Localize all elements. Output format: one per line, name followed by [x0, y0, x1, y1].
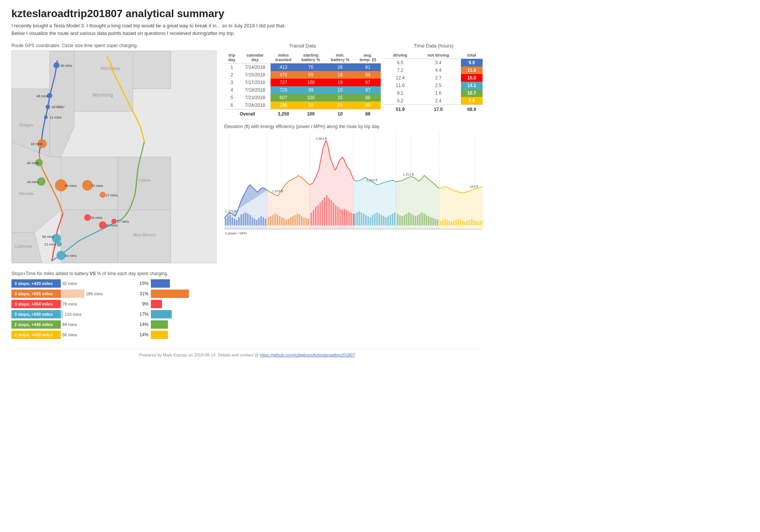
stop-pct-bar: [151, 290, 189, 298]
svg-rect-129: [367, 216, 369, 225]
map-panel: Route GPS coordinates: Circle size time …: [11, 43, 217, 263]
stop-bar-ext: [61, 310, 63, 318]
svg-text:0 power / MPH: 0 power / MPH: [225, 231, 247, 235]
svg-rect-97: [296, 214, 298, 225]
th-trip-day: tripday: [224, 52, 239, 63]
table-row: 10: [325, 109, 355, 118]
svg-rect-144: [401, 216, 403, 225]
svg-rect-178: [477, 222, 479, 225]
svg-text:58 mins: 58 mins: [42, 235, 54, 239]
svg-rect-118: [344, 209, 345, 225]
svg-rect-125: [359, 211, 360, 225]
svg-rect-81: [260, 216, 262, 225]
svg-rect-102: [308, 219, 309, 225]
svg-rect-87: [274, 214, 276, 225]
svg-rect-96: [294, 215, 296, 225]
svg-rect-72: [241, 214, 242, 225]
svg-text:Nevada: Nevada: [19, 191, 34, 196]
stop-bar-ext: [61, 290, 84, 298]
stop-mins: 133 mins: [63, 312, 82, 317]
svg-rect-92: [285, 220, 287, 226]
svg-rect-71: [238, 217, 240, 225]
svg-rect-176: [473, 220, 475, 226]
stop-row: 2 stops, +446 miles 84 mins 14%: [11, 320, 217, 329]
table-row: 7/14/2018: [239, 63, 271, 71]
svg-rect-74: [245, 212, 246, 225]
svg-rect-89: [279, 216, 280, 225]
svg-rect-84: [268, 217, 269, 225]
footer-link[interactable]: https://github.com/kzbigboss/kzteslaroad…: [260, 353, 355, 357]
svg-rect-131: [372, 215, 374, 225]
table-row: 15: [325, 94, 355, 101]
svg-rect-116: [339, 209, 341, 225]
svg-rect-138: [387, 216, 389, 225]
table-row: 5: [224, 94, 239, 101]
svg-text:New Mexico: New Mexico: [133, 233, 156, 237]
th-not-driving: not driving: [416, 52, 461, 59]
table-row: 296: [271, 101, 296, 109]
svg-point-26: [44, 115, 48, 119]
svg-rect-157: [430, 217, 432, 225]
svg-rect-151: [417, 215, 418, 225]
svg-rect-179: [480, 221, 481, 225]
table-row: 55: [296, 71, 325, 79]
table-row: 26: [325, 63, 355, 71]
table-row: 19: [325, 79, 355, 86]
svg-rect-113: [333, 203, 334, 225]
stop-mins: 186 mins: [84, 291, 103, 296]
map-container: Montana Idaho Wyoming Oregon Nevada Cali…: [11, 51, 217, 263]
table-row: 89: [355, 71, 381, 79]
th-miles: milestraveled: [271, 52, 296, 63]
svg-rect-123: [354, 214, 356, 225]
table-row: 727: [271, 79, 296, 86]
svg-rect-135: [381, 215, 382, 225]
stops-panel: Stops+Time for miles added to battery VS…: [11, 271, 217, 341]
svg-rect-166: [451, 222, 452, 225]
svg-rect-142: [397, 214, 399, 225]
stop-label: 3 stops, +420 miles: [11, 279, 61, 288]
svg-rect-171: [462, 221, 464, 225]
stop-pct-label: 14%: [131, 322, 149, 327]
svg-rect-106: [317, 205, 319, 225]
table-row: 3: [224, 79, 239, 86]
svg-rect-69: [234, 219, 235, 225]
svg-rect-76: [249, 215, 251, 225]
stop-mins: 66 mins: [61, 332, 77, 337]
table-row: 4: [224, 86, 239, 94]
svg-rect-121: [350, 212, 352, 225]
elevation-chart: 1,278 ft 1,676 ft 2,964 ft 1,264 ft 1,31…: [224, 131, 483, 245]
svg-text:48 mins: 48 mins: [36, 94, 49, 98]
svg-text:1,278 ft: 1,278 ft: [225, 209, 236, 213]
table-row: 80: [355, 101, 381, 109]
table-row: 10: [325, 86, 355, 94]
table-row: 413: [271, 63, 296, 71]
svg-rect-73: [243, 214, 244, 225]
svg-rect-75: [247, 214, 249, 225]
stop-mins: 78 mins: [61, 302, 77, 306]
stop-pct-bar: [151, 279, 170, 288]
table-row: 4.4: [416, 66, 461, 74]
svg-text:2,964 ft: 2,964 ft: [316, 137, 327, 141]
table-row: 99: [296, 86, 325, 94]
svg-rect-85: [270, 216, 271, 225]
svg-rect-167: [453, 221, 454, 225]
svg-text:Montana: Montana: [101, 65, 120, 71]
table-row: 1: [224, 63, 239, 71]
svg-point-36: [100, 192, 106, 198]
table-row: 2.5: [416, 82, 461, 89]
svg-rect-78: [254, 219, 255, 225]
table-row: 3,250: [271, 109, 296, 118]
table-row: 729: [271, 86, 296, 94]
svg-text:California: California: [14, 244, 32, 249]
transit-table: tripday calendarday milestraveled starti…: [224, 52, 381, 118]
table-row: 15.0: [461, 74, 483, 82]
stops-rows-container: 3 stops, +420 miles 92 mins 15% 3 stops,…: [11, 279, 217, 339]
th-total: total: [461, 52, 483, 59]
svg-text:18 mins: 18 mins: [31, 142, 43, 146]
svg-text:40 mins: 40 mins: [27, 161, 39, 165]
svg-rect-66: [227, 216, 229, 225]
stop-row: 3 stops, +500 miles 133 mins 17%: [11, 310, 217, 318]
transit-title: Transit Data: [224, 43, 381, 49]
svg-rect-154: [424, 214, 425, 225]
stop-bar-group: 2 stops, +320 miles 66 mins: [11, 331, 129, 339]
